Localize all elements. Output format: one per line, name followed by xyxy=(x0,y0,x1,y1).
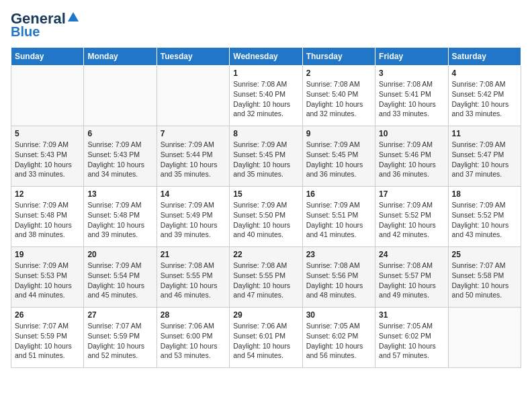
day-info: Sunrise: 7:09 AMSunset: 5:54 PMDaylight:… xyxy=(87,261,152,300)
calendar-cell xyxy=(448,308,521,368)
header-sunday: Sunday xyxy=(11,48,84,66)
day-number: 10 xyxy=(379,129,444,138)
logo: General Blue xyxy=(11,11,79,39)
calendar-cell: 19Sunrise: 7:09 AMSunset: 5:53 PMDayligh… xyxy=(11,247,84,308)
day-number: 19 xyxy=(15,250,80,259)
day-info: Sunrise: 7:09 AMSunset: 5:53 PMDaylight:… xyxy=(15,261,80,300)
day-info: Sunrise: 7:09 AMSunset: 5:51 PMDaylight:… xyxy=(306,200,371,240)
calendar-cell: 28Sunrise: 7:06 AMSunset: 6:00 PMDayligh… xyxy=(157,308,229,368)
day-info: Sunrise: 7:05 AMSunset: 6:02 PMDaylight:… xyxy=(306,321,371,361)
calendar-header-row: SundayMondayTuesdayWednesdayThursdayFrid… xyxy=(11,48,521,66)
calendar-week-1: 1Sunrise: 7:08 AMSunset: 5:40 PMDaylight… xyxy=(11,66,521,126)
day-info: Sunrise: 7:09 AMSunset: 5:48 PMDaylight:… xyxy=(87,200,152,240)
calendar-cell: 6Sunrise: 7:09 AMSunset: 5:43 PMDaylight… xyxy=(84,126,157,187)
day-info: Sunrise: 7:09 AMSunset: 5:52 PMDaylight:… xyxy=(452,200,517,240)
calendar-cell: 29Sunrise: 7:06 AMSunset: 6:01 PMDayligh… xyxy=(230,308,302,368)
day-number: 20 xyxy=(87,250,152,259)
day-number: 21 xyxy=(161,250,226,259)
svg-marker-0 xyxy=(68,12,79,21)
day-number: 8 xyxy=(233,129,298,138)
day-info: Sunrise: 7:06 AMSunset: 6:00 PMDaylight:… xyxy=(161,321,226,361)
day-number: 6 xyxy=(87,129,152,138)
calendar-cell: 31Sunrise: 7:05 AMSunset: 6:02 PMDayligh… xyxy=(375,308,448,368)
day-number: 7 xyxy=(161,129,226,138)
day-info: Sunrise: 7:07 AMSunset: 5:59 PMDaylight:… xyxy=(15,321,80,361)
day-info: Sunrise: 7:08 AMSunset: 5:40 PMDaylight:… xyxy=(306,79,371,119)
day-info: Sunrise: 7:09 AMSunset: 5:47 PMDaylight:… xyxy=(452,140,517,179)
calendar-cell: 3Sunrise: 7:08 AMSunset: 5:41 PMDaylight… xyxy=(375,66,448,126)
calendar-cell: 10Sunrise: 7:09 AMSunset: 5:46 PMDayligh… xyxy=(375,126,448,187)
calendar-cell: 20Sunrise: 7:09 AMSunset: 5:54 PMDayligh… xyxy=(84,247,157,308)
calendar-cell: 23Sunrise: 7:08 AMSunset: 5:56 PMDayligh… xyxy=(302,247,375,308)
calendar-week-5: 26Sunrise: 7:07 AMSunset: 5:59 PMDayligh… xyxy=(11,308,521,368)
calendar-cell: 16Sunrise: 7:09 AMSunset: 5:51 PMDayligh… xyxy=(302,187,375,247)
calendar-week-3: 12Sunrise: 7:09 AMSunset: 5:48 PMDayligh… xyxy=(11,187,521,247)
logo-blue: Blue xyxy=(11,24,40,39)
day-info: Sunrise: 7:09 AMSunset: 5:50 PMDaylight:… xyxy=(233,200,298,240)
day-info: Sunrise: 7:09 AMSunset: 5:48 PMDaylight:… xyxy=(15,200,80,240)
day-info: Sunrise: 7:07 AMSunset: 5:58 PMDaylight:… xyxy=(452,261,517,300)
day-info: Sunrise: 7:09 AMSunset: 5:43 PMDaylight:… xyxy=(15,140,80,179)
calendar-cell: 17Sunrise: 7:09 AMSunset: 5:52 PMDayligh… xyxy=(375,187,448,247)
page-header: General Blue xyxy=(11,11,521,39)
calendar-cell: 5Sunrise: 7:09 AMSunset: 5:43 PMDaylight… xyxy=(11,126,84,187)
header-wednesday: Wednesday xyxy=(230,48,302,66)
calendar-cell: 30Sunrise: 7:05 AMSunset: 6:02 PMDayligh… xyxy=(302,308,375,368)
day-info: Sunrise: 7:08 AMSunset: 5:41 PMDaylight:… xyxy=(379,79,444,119)
day-number: 25 xyxy=(452,250,517,259)
calendar-week-4: 19Sunrise: 7:09 AMSunset: 5:53 PMDayligh… xyxy=(11,247,521,308)
calendar-cell: 24Sunrise: 7:08 AMSunset: 5:57 PMDayligh… xyxy=(375,247,448,308)
day-number: 31 xyxy=(379,310,444,320)
day-number: 3 xyxy=(379,68,444,78)
header-saturday: Saturday xyxy=(448,48,521,66)
day-number: 29 xyxy=(233,310,298,320)
calendar-cell xyxy=(84,66,157,126)
day-info: Sunrise: 7:09 AMSunset: 5:44 PMDaylight:… xyxy=(161,140,226,179)
day-number: 16 xyxy=(306,189,371,199)
logo-icon xyxy=(67,11,79,23)
header-thursday: Thursday xyxy=(302,48,375,66)
day-info: Sunrise: 7:09 AMSunset: 5:45 PMDaylight:… xyxy=(306,140,371,179)
day-info: Sunrise: 7:08 AMSunset: 5:55 PMDaylight:… xyxy=(161,261,226,300)
header-tuesday: Tuesday xyxy=(157,48,229,66)
day-number: 15 xyxy=(233,189,298,199)
day-info: Sunrise: 7:09 AMSunset: 5:43 PMDaylight:… xyxy=(87,140,152,179)
calendar-week-2: 5Sunrise: 7:09 AMSunset: 5:43 PMDaylight… xyxy=(11,126,521,187)
calendar-cell xyxy=(157,66,229,126)
calendar-cell: 26Sunrise: 7:07 AMSunset: 5:59 PMDayligh… xyxy=(11,308,84,368)
day-number: 18 xyxy=(452,189,517,199)
day-number: 4 xyxy=(452,68,517,78)
calendar-cell: 4Sunrise: 7:08 AMSunset: 5:42 PMDaylight… xyxy=(448,66,521,126)
calendar-cell xyxy=(11,66,84,126)
day-number: 5 xyxy=(15,129,80,138)
day-info: Sunrise: 7:08 AMSunset: 5:55 PMDaylight:… xyxy=(233,261,298,300)
calendar-cell: 14Sunrise: 7:09 AMSunset: 5:49 PMDayligh… xyxy=(157,187,229,247)
day-number: 13 xyxy=(87,189,152,199)
calendar-cell: 1Sunrise: 7:08 AMSunset: 5:40 PMDaylight… xyxy=(230,66,302,126)
day-number: 12 xyxy=(15,189,80,199)
calendar-cell: 7Sunrise: 7:09 AMSunset: 5:44 PMDaylight… xyxy=(157,126,229,187)
day-info: Sunrise: 7:09 AMSunset: 5:49 PMDaylight:… xyxy=(161,200,226,240)
calendar-cell: 8Sunrise: 7:09 AMSunset: 5:45 PMDaylight… xyxy=(230,126,302,187)
day-info: Sunrise: 7:07 AMSunset: 5:59 PMDaylight:… xyxy=(87,321,152,361)
calendar-cell: 15Sunrise: 7:09 AMSunset: 5:50 PMDayligh… xyxy=(230,187,302,247)
day-number: 14 xyxy=(161,189,226,199)
day-number: 28 xyxy=(161,310,226,320)
header-monday: Monday xyxy=(84,48,157,66)
calendar-cell: 27Sunrise: 7:07 AMSunset: 5:59 PMDayligh… xyxy=(84,308,157,368)
calendar-cell: 21Sunrise: 7:08 AMSunset: 5:55 PMDayligh… xyxy=(157,247,229,308)
calendar-cell: 12Sunrise: 7:09 AMSunset: 5:48 PMDayligh… xyxy=(11,187,84,247)
day-info: Sunrise: 7:08 AMSunset: 5:40 PMDaylight:… xyxy=(233,79,298,119)
calendar-cell: 9Sunrise: 7:09 AMSunset: 5:45 PMDaylight… xyxy=(302,126,375,187)
day-number: 23 xyxy=(306,250,371,259)
day-number: 24 xyxy=(379,250,444,259)
day-info: Sunrise: 7:05 AMSunset: 6:02 PMDaylight:… xyxy=(379,321,444,361)
calendar-cell: 2Sunrise: 7:08 AMSunset: 5:40 PMDaylight… xyxy=(302,66,375,126)
calendar-body: 1Sunrise: 7:08 AMSunset: 5:40 PMDaylight… xyxy=(11,66,521,368)
header-friday: Friday xyxy=(375,48,448,66)
day-number: 17 xyxy=(379,189,444,199)
day-number: 22 xyxy=(233,250,298,259)
day-info: Sunrise: 7:09 AMSunset: 5:52 PMDaylight:… xyxy=(379,200,444,240)
day-number: 30 xyxy=(306,310,371,320)
day-number: 26 xyxy=(15,310,80,320)
